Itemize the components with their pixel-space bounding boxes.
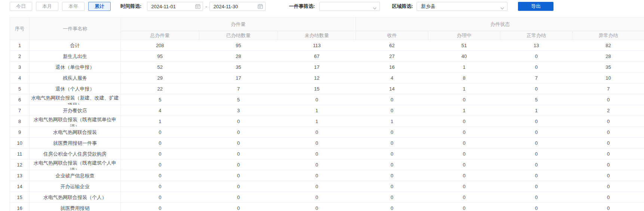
value-cell: 27 — [356, 51, 428, 62]
item-name-cell: 水电气热网联合报装（新建、改建、扩建项目） — [30, 94, 121, 105]
item-name-cell: 合计 — [30, 40, 121, 51]
value-cell: 0 — [428, 170, 500, 181]
header-group-status: 办件状态 — [356, 18, 644, 31]
value-cell: 17 — [199, 73, 278, 83]
header-total-volume: 总办件量 — [121, 31, 199, 40]
date-end-field[interactable] — [209, 2, 266, 11]
value-cell: 2 — [573, 105, 644, 116]
value-cell: 5 — [500, 94, 573, 105]
export-button[interactable]: 导出 — [518, 2, 553, 11]
table-row: 13企业破产信息核查0000000 — [10, 170, 644, 181]
quick-filter-month-button[interactable]: 本月 — [36, 2, 58, 11]
region-filter-select[interactable]: 新乡县 — [417, 2, 507, 11]
header-uncompleted: 未办结数量 — [278, 31, 356, 40]
region-filter-label: 区域筛选: — [392, 3, 413, 10]
value-cell: 0 — [356, 170, 428, 181]
table-row: 3退休（单位申报）523517161035 — [10, 62, 644, 73]
value-cell: 0 — [278, 181, 356, 192]
row-index-cell: 15 — [10, 192, 30, 203]
thing-filter-select[interactable] — [319, 2, 380, 11]
value-cell: 0 — [428, 159, 500, 170]
value-cell: 1 — [121, 116, 199, 127]
value-cell: 0 — [428, 203, 500, 211]
value-cell: 35 — [573, 62, 644, 73]
item-name-cell: 就医费用报销一件事 — [30, 138, 121, 149]
value-cell: 0 — [573, 203, 644, 211]
value-cell: 0 — [278, 149, 356, 159]
value-cell: 29 — [121, 73, 199, 83]
row-index-cell: 11 — [10, 149, 30, 159]
table-body: 1合计20895113625113822新生儿出生95286727400283退… — [10, 40, 644, 211]
table-row: 12水电气热网联合报装（既有建筑个人申请）0000000 — [10, 159, 644, 170]
table-row: 14开办运输企业0000000 — [10, 181, 644, 192]
value-cell: 13 — [500, 40, 573, 51]
value-cell: 1 — [278, 116, 356, 127]
value-cell: 0 — [278, 203, 356, 211]
value-cell: 0 — [199, 149, 278, 159]
row-index-cell: 13 — [10, 170, 30, 181]
value-cell: 0 — [573, 138, 644, 149]
value-cell: 0 — [428, 138, 500, 149]
item-name-cell: 水电气热网联合报装（既有建筑单位申请） — [30, 116, 121, 127]
value-cell: 0 — [573, 170, 644, 181]
table-row: 7开办餐饮店4310112 — [10, 105, 644, 116]
value-cell: 1 — [428, 105, 500, 116]
value-cell: 5 — [199, 94, 278, 105]
value-cell: 4 — [121, 105, 199, 116]
calendar-icon[interactable] — [257, 3, 263, 9]
value-cell: 0 — [121, 203, 199, 211]
row-index-cell: 6 — [10, 94, 30, 105]
item-name-cell: 企业破产信息核查 — [30, 170, 121, 181]
value-cell: 28 — [199, 51, 278, 62]
value-cell: 0 — [278, 192, 356, 203]
value-cell: 1 — [428, 62, 500, 73]
value-cell: 0 — [500, 170, 573, 181]
value-cell: 16 — [356, 62, 428, 73]
row-index-cell: 1 — [10, 40, 30, 51]
item-name-cell: 退休（单位申报） — [30, 62, 121, 73]
value-cell: 1 — [500, 105, 573, 116]
value-cell: 0 — [500, 62, 573, 73]
value-cell: 62 — [356, 40, 428, 51]
value-cell: 0 — [121, 170, 199, 181]
value-cell: 1 — [356, 116, 428, 127]
value-cell: 0 — [356, 105, 428, 116]
item-name-cell: 水电气热网联合报装（既有建筑个人申请） — [30, 159, 121, 170]
table-row: 6水电气热网联合报装（新建、改建、扩建项目）5500050 — [10, 94, 644, 105]
item-name-cell: 开办运输企业 — [30, 181, 121, 192]
header-col-name: 一件事名称 — [30, 18, 121, 40]
quick-filter-today-button[interactable]: 今日 — [10, 2, 32, 11]
value-cell: 10 — [573, 73, 644, 83]
row-index-cell: 7 — [10, 105, 30, 116]
value-cell: 95 — [199, 40, 278, 51]
value-cell: 0 — [356, 192, 428, 203]
stats-table: 序号 一件事名称 办件量 办件状态 总办件量 已办结数量 未办结数量 收件 办理… — [10, 17, 644, 211]
chevron-down-icon — [373, 5, 377, 11]
value-cell: 0 — [428, 94, 500, 105]
header-abnormal-closed: 异常办结 — [573, 31, 644, 40]
value-cell: 0 — [199, 203, 278, 211]
row-index-cell: 4 — [10, 73, 30, 83]
quick-filter-year-button[interactable]: 本年 — [62, 2, 85, 11]
row-index-cell: 8 — [10, 116, 30, 127]
value-cell: 0 — [428, 192, 500, 203]
row-index-cell: 10 — [10, 138, 30, 149]
calendar-icon[interactable] — [195, 3, 201, 9]
value-cell: 0 — [500, 203, 573, 211]
value-cell: 0 — [356, 94, 428, 105]
value-cell: 14 — [356, 83, 428, 94]
value-cell: 0 — [356, 159, 428, 170]
value-cell: 0 — [278, 170, 356, 181]
chevron-down-icon — [500, 5, 504, 11]
value-cell: 15 — [278, 83, 356, 94]
value-cell: 0 — [428, 116, 500, 127]
row-index-cell: 3 — [10, 62, 30, 73]
value-cell: 17 — [278, 62, 356, 73]
value-cell: 1 — [428, 83, 500, 94]
value-cell: 0 — [573, 127, 644, 138]
value-cell: 0 — [428, 149, 500, 159]
region-filter-value: 新乡县 — [421, 3, 435, 10]
item-name-cell: 水电气热网联合报装（个人） — [30, 192, 121, 203]
date-start-field[interactable] — [147, 2, 203, 11]
quick-filter-total-button[interactable]: 累计 — [88, 2, 111, 11]
